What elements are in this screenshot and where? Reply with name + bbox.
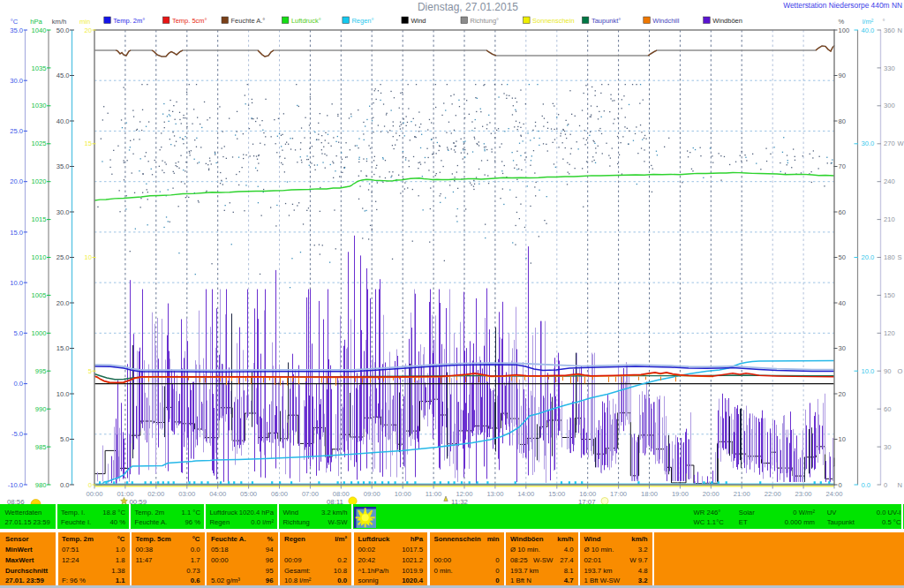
svg-text:07:00: 07:00 [302, 490, 319, 498]
svg-text:990: 990 [35, 405, 47, 413]
svg-text:O: O [898, 367, 903, 375]
svg-text:60: 60 [884, 405, 891, 413]
svg-text:150: 150 [884, 291, 895, 299]
svg-text:1030: 1030 [32, 102, 47, 109]
svg-text:03:00: 03:00 [178, 490, 195, 498]
svg-text:1005: 1005 [32, 291, 47, 299]
svg-text:30.0: 30.0 [862, 139, 875, 147]
svg-text:1010: 1010 [32, 253, 47, 261]
svg-text:270: 270 [884, 139, 895, 147]
svg-text:10:00: 10:00 [395, 490, 411, 498]
svg-text:1025: 1025 [32, 139, 47, 147]
svg-text:18:00: 18:00 [641, 490, 658, 498]
svg-text:330: 330 [884, 64, 895, 72]
svg-text:19:00: 19:00 [672, 490, 689, 498]
svg-text:Luftdruck°: Luftdruck° [291, 17, 321, 25]
svg-text:Regen°: Regen° [351, 17, 373, 25]
svg-text:10.0: 10.0 [10, 279, 23, 287]
svg-text:Wind: Wind [411, 17, 426, 25]
svg-text:N: N [898, 26, 902, 34]
svg-text:20.0: 20.0 [10, 177, 23, 185]
svg-text:min: min [79, 18, 90, 26]
svg-text:40.0: 40.0 [862, 26, 875, 34]
svg-text:Richtung°: Richtung° [471, 17, 500, 25]
svg-text:210: 210 [884, 215, 895, 223]
svg-text:11:00: 11:00 [426, 490, 441, 498]
svg-text:Sonnenschein: Sonnenschein [532, 17, 575, 25]
svg-text:985: 985 [35, 443, 47, 451]
svg-text:Temp. 2m°: Temp. 2m° [113, 17, 145, 25]
svg-text:Temp. 5cm°: Temp. 5cm° [172, 17, 207, 25]
svg-text:25.0: 25.0 [56, 253, 70, 261]
svg-text:17:00: 17:00 [610, 490, 627, 498]
svg-text:14:00: 14:00 [517, 490, 534, 498]
svg-text:1015: 1015 [32, 215, 47, 223]
svg-text:N: N [898, 481, 902, 489]
svg-text:1040: 1040 [32, 26, 47, 34]
svg-text:180: 180 [884, 253, 895, 261]
svg-text:06:00: 06:00 [271, 490, 288, 498]
svg-text:13:00: 13:00 [486, 490, 503, 498]
svg-text:30: 30 [839, 344, 846, 352]
svg-text:0: 0 [884, 481, 887, 489]
svg-text:30: 30 [884, 443, 891, 451]
svg-text:5: 5 [88, 367, 92, 375]
svg-text:50: 50 [839, 253, 846, 261]
svg-text:hPa: hPa [30, 18, 42, 26]
svg-text:240: 240 [884, 177, 895, 185]
svg-text:0.0: 0.0 [13, 380, 23, 388]
svg-text:04:00: 04:00 [209, 490, 226, 498]
svg-text:35.0: 35.0 [10, 26, 23, 34]
svg-text:300: 300 [884, 102, 895, 109]
svg-text:0.0: 0.0 [862, 481, 871, 489]
svg-text:995: 995 [35, 367, 47, 375]
svg-text:10.0: 10.0 [862, 367, 875, 375]
svg-text:12:00: 12:00 [456, 490, 472, 498]
svg-text:22:00: 22:00 [765, 490, 781, 498]
svg-text:23:00: 23:00 [795, 490, 812, 498]
svg-text:40: 40 [839, 299, 846, 307]
svg-text:°C: °C [11, 18, 19, 26]
svg-text:1000: 1000 [32, 329, 47, 337]
svg-text:km/h: km/h [52, 18, 66, 26]
svg-text:°: ° [882, 18, 885, 26]
svg-text:90: 90 [884, 367, 891, 375]
svg-text:980: 980 [35, 481, 47, 489]
svg-text:30.0: 30.0 [56, 208, 70, 216]
svg-text:Taupunkt°: Taupunkt° [591, 17, 621, 25]
svg-text:02:00: 02:00 [147, 490, 164, 498]
svg-text:20.0: 20.0 [56, 299, 70, 307]
svg-text:16:00: 16:00 [579, 490, 596, 498]
svg-text:30.0: 30.0 [10, 77, 23, 85]
svg-text:15:00: 15:00 [548, 490, 565, 498]
svg-text:25.0: 25.0 [10, 127, 23, 135]
svg-text:50.0: 50.0 [56, 26, 70, 34]
svg-text:10: 10 [839, 435, 846, 443]
svg-text:5.0: 5.0 [60, 435, 70, 443]
svg-text:100: 100 [839, 26, 850, 34]
svg-text:80: 80 [839, 117, 846, 125]
svg-text:Dienstag, 27.01.2015: Dienstag, 27.01.2015 [418, 1, 518, 13]
svg-text:l/m²: l/m² [863, 18, 874, 26]
svg-text:Wetterstation Niedersorpe 440m: Wetterstation Niedersorpe 440m NN [783, 1, 902, 10]
svg-text:0: 0 [839, 481, 842, 489]
svg-text:24:00: 24:00 [825, 490, 842, 498]
svg-text:120: 120 [884, 329, 895, 337]
svg-text:10: 10 [85, 253, 92, 261]
svg-text:01:00: 01:00 [117, 490, 133, 498]
svg-text:40.0: 40.0 [56, 117, 70, 125]
svg-text:20.0: 20.0 [862, 253, 875, 261]
svg-text:-5.0: -5.0 [11, 430, 23, 438]
svg-text:00:00: 00:00 [86, 490, 102, 498]
svg-text:5.0: 5.0 [13, 329, 23, 337]
svg-text:45.0: 45.0 [56, 72, 70, 79]
svg-text:20: 20 [839, 390, 846, 398]
svg-text:360: 360 [884, 26, 895, 34]
svg-text:1020: 1020 [32, 177, 47, 185]
svg-text:05:00: 05:00 [240, 490, 257, 498]
svg-text:15: 15 [85, 139, 92, 147]
svg-text:15.0: 15.0 [56, 344, 70, 352]
svg-text:1035: 1035 [32, 64, 47, 72]
svg-text:%: % [839, 18, 845, 26]
svg-text:21:00: 21:00 [734, 490, 750, 498]
